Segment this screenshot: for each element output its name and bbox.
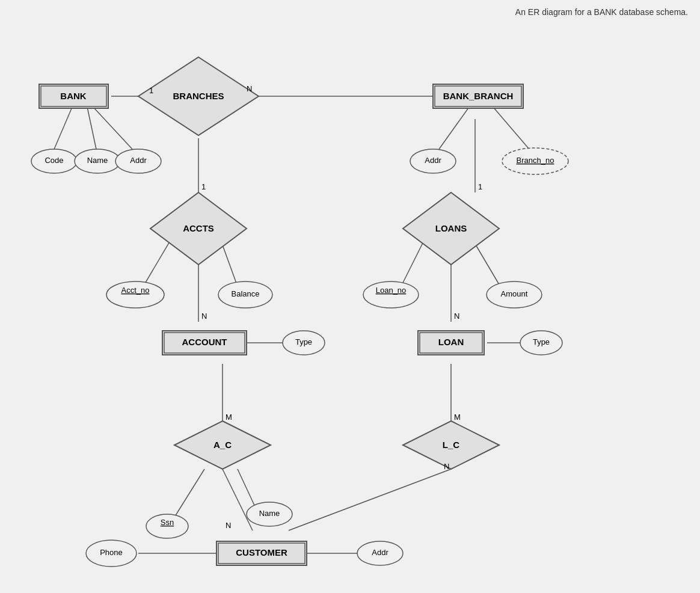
ac-label: A_C (213, 440, 232, 450)
svg-line-21 (174, 469, 204, 517)
customer-phone-label: Phone (100, 548, 123, 557)
accts-label: ACCTS (183, 223, 214, 233)
cardinality-bank-branches: 1 (149, 86, 153, 95)
ssn-label: Ssn (161, 518, 174, 527)
amount-label: Amount (501, 289, 528, 298)
cardinality-ac-customer: N (226, 521, 231, 530)
loans-label: LOANS (435, 223, 467, 233)
bank-branch-label: BANK_BRANCH (443, 91, 514, 101)
svg-line-9 (289, 469, 451, 530)
cardinality-loan-lc: M (454, 413, 461, 422)
customer-addr-label: Addr (372, 548, 388, 557)
bank-name-label: Name (87, 156, 108, 165)
cardinality-branches-accts: 1 (201, 182, 206, 191)
er-diagram: BANK BANK_BRANCH ACCOUNT LOAN CUSTOMER B… (0, 0, 700, 593)
cardinality-accts-account: N (201, 312, 207, 321)
account-label: ACCOUNT (182, 337, 227, 347)
cardinality-bankbranch-loans: 1 (478, 182, 482, 191)
branch-addr-label: Addr (425, 156, 441, 165)
loan-label: LOAN (438, 337, 464, 347)
cardinality-lc-customer: N (444, 462, 449, 471)
svg-line-12 (93, 107, 132, 149)
cardinality-branches-bankbranch: N (247, 84, 252, 93)
loan-type-label: Type (533, 337, 550, 346)
acct-no-label: Acct_no (121, 286, 150, 295)
account-type-label: Type (295, 337, 312, 346)
cardinality-loans-loan: N (454, 312, 459, 321)
lc-label: L_C (443, 440, 460, 450)
bank-code-label: Code (45, 156, 63, 165)
svg-line-14 (493, 107, 529, 149)
customer-label: CUSTOMER (236, 547, 287, 558)
branches-label: BRANCHES (173, 91, 224, 101)
cardinality-account-ac: M (226, 413, 232, 422)
diagram-container: An ER diagram for a BANK database schema… (0, 0, 700, 593)
loan-no-label: Loan_no (376, 286, 407, 295)
bank-label: BANK (60, 91, 86, 101)
svg-line-11 (87, 107, 96, 149)
svg-line-10 (54, 107, 72, 149)
bank-addr-label: Addr (130, 156, 147, 165)
balance-label: Balance (232, 289, 260, 298)
ac-name-label: Name (259, 509, 280, 518)
branch-no-label: Branch_no (517, 156, 554, 165)
svg-line-13 (439, 107, 469, 149)
